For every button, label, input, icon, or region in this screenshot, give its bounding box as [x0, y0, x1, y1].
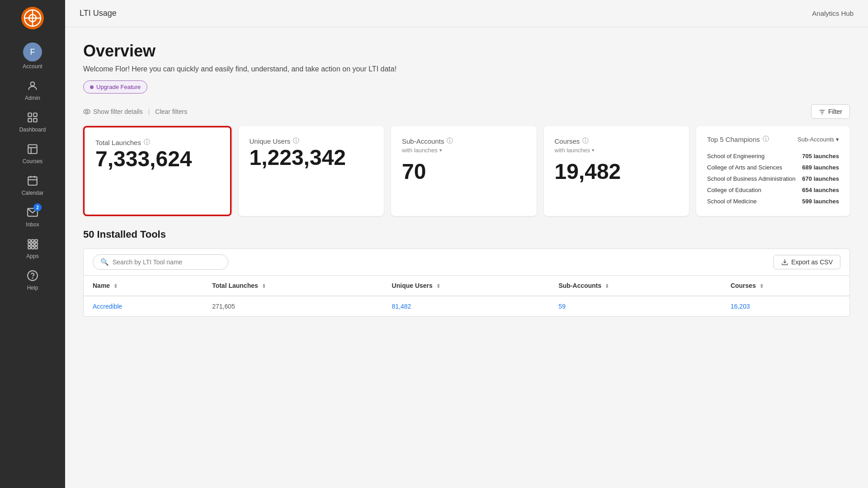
filter-bar: Show filter details | Clear filters Filt… [83, 104, 850, 119]
inbox-badge: 2 [33, 203, 42, 211]
stat-card-total-launches: Total Launches ⓘ 7,333,624 [83, 126, 231, 216]
search-box[interactable]: 🔍 [93, 254, 228, 270]
clear-filters-button[interactable]: Clear filters [155, 108, 187, 115]
sort-icon: ⇕ [605, 283, 609, 289]
sidebar-item-apps[interactable]: Apps [0, 232, 65, 264]
installed-tools-title: 50 Installed Tools [83, 229, 850, 240]
svg-rect-19 [32, 239, 34, 242]
svg-rect-13 [28, 177, 37, 185]
unique-users-label: Unique Users ⓘ [250, 137, 373, 145]
tool-courses-link[interactable]: 16,203 [731, 303, 750, 310]
upgrade-dot [90, 85, 94, 89]
sidebar-item-calendar[interactable]: Calendar [0, 169, 65, 201]
analytics-hub-link[interactable]: Analytics Hub [812, 9, 854, 17]
svg-rect-20 [35, 239, 37, 242]
sidebar-item-label: Dashboard [19, 127, 46, 133]
champion-row: School of Medicine 599 launches [707, 196, 839, 207]
tool-name-cell[interactable]: Accredible [84, 296, 203, 316]
show-filters-button[interactable]: Show filter details [83, 108, 143, 115]
unique-users-info-icon[interactable]: ⓘ [293, 137, 299, 145]
svg-rect-7 [33, 113, 37, 117]
sidebar-item-help[interactable]: Help [0, 264, 65, 296]
champion-row: School of Engineering 705 launches [707, 150, 839, 162]
sidebar-item-account[interactable]: F Account [0, 38, 65, 74]
export-icon [781, 258, 788, 266]
svg-rect-10 [28, 145, 37, 154]
search-input[interactable] [113, 258, 221, 266]
sidebar-item-label: Admin [25, 95, 40, 101]
champions-dropdown[interactable]: Sub-Accounts ▾ [797, 136, 839, 143]
col-unique-users[interactable]: Unique Users ⇕ [383, 276, 550, 296]
stat-card-courses: Courses ⓘ with launches ▾ 19,482 [544, 126, 689, 216]
app-logo[interactable] [20, 5, 45, 31]
sub-accounts-sublabel: with launches ▾ [402, 147, 526, 154]
inbox-icon: 2 [25, 205, 40, 220]
sidebar-item-inbox[interactable]: 2 Inbox [0, 201, 65, 232]
sub-accounts-chevron-icon[interactable]: ▾ [439, 147, 442, 153]
tool-sub-accounts-link[interactable]: 59 [558, 303, 566, 310]
stat-card-sub-accounts: Sub-Accounts ⓘ with launches ▾ 70 [391, 126, 537, 216]
tool-unique-users-cell[interactable]: 81,482 [383, 296, 550, 316]
champion-row: College of Arts and Sciences 689 launche… [707, 162, 839, 173]
col-sub-accounts[interactable]: Sub-Accounts ⇕ [549, 276, 721, 296]
filter-button-label: Filter [828, 108, 842, 115]
svg-rect-25 [32, 246, 34, 249]
tools-toolbar: 🔍 Export as CSV [83, 249, 850, 275]
sidebar-item-admin[interactable]: Admin [0, 74, 65, 106]
courses-chevron-icon[interactable]: ▾ [592, 147, 594, 153]
tool-unique-users-link[interactable]: 81,482 [392, 303, 411, 310]
svg-rect-26 [35, 246, 37, 249]
tool-sub-accounts-cell[interactable]: 59 [549, 296, 721, 316]
filter-divider: | [148, 108, 150, 115]
courses-label: Courses ⓘ [555, 137, 679, 145]
unique-users-value: 1,223,342 [250, 147, 373, 169]
dashboard-icon [25, 110, 40, 125]
table-header-row: Name ⇕ Total Launches ⇕ Unique Users ⇕ [84, 276, 849, 296]
welcome-message: Welcome Flor! Here you can quickly and e… [83, 65, 850, 73]
champion-name: School of Business Administration [707, 175, 796, 182]
champions-header: Top 5 Champions ⓘ Sub-Accounts ▾ [707, 135, 839, 143]
sidebar-item-courses[interactable]: Courses [0, 137, 65, 169]
champions-list: School of Engineering 705 launches Colle… [707, 150, 839, 207]
champion-name: School of Medicine [707, 198, 757, 205]
sub-accounts-info-icon[interactable]: ⓘ [447, 137, 453, 145]
champion-row: School of Business Administration 670 la… [707, 173, 839, 184]
champion-value: 654 launches [802, 187, 839, 193]
sort-icon: ⇕ [113, 283, 118, 289]
avatar: F [23, 42, 42, 61]
col-courses[interactable]: Courses ⇕ [722, 276, 849, 296]
content-area: Overview Welcome Flor! Here you can quic… [65, 27, 868, 488]
sort-icon: ⇕ [436, 283, 440, 289]
show-filters-label: Show filter details [93, 108, 143, 115]
champion-name: School of Engineering [707, 153, 764, 160]
total-launches-value: 7,333,624 [95, 148, 219, 170]
col-name[interactable]: Name ⇕ [84, 276, 203, 296]
champion-value: 689 launches [802, 164, 839, 171]
admin-icon [25, 79, 40, 93]
champion-value: 599 launches [802, 198, 839, 205]
filter-button[interactable]: Filter [811, 104, 850, 119]
col-total-launches[interactable]: Total Launches ⇕ [203, 276, 382, 296]
main-content: LTI Usage Analytics Hub Overview Welcome… [65, 0, 868, 488]
tool-name-link[interactable]: Accredible [93, 303, 122, 310]
tool-courses-cell[interactable]: 16,203 [722, 296, 849, 316]
export-csv-button[interactable]: Export as CSV [774, 255, 840, 269]
courses-info-icon[interactable]: ⓘ [582, 137, 589, 145]
svg-point-29 [84, 109, 90, 114]
sub-accounts-value: 70 [402, 161, 526, 183]
sub-accounts-label: Sub-Accounts ⓘ [402, 137, 526, 145]
champion-name: College of Arts and Sciences [707, 164, 782, 171]
sort-icon: ⇕ [262, 283, 266, 289]
champions-info-icon[interactable]: ⓘ [763, 135, 769, 143]
svg-rect-18 [28, 239, 30, 242]
upgrade-button[interactable]: Upgrade Feature [83, 80, 147, 94]
tools-table: Name ⇕ Total Launches ⇕ Unique Users ⇕ [84, 276, 849, 316]
export-label: Export as CSV [791, 258, 833, 266]
overview-title: Overview [83, 42, 850, 61]
sidebar-item-dashboard[interactable]: Dashboard [0, 106, 65, 137]
sidebar-item-label: Account [23, 63, 42, 70]
sidebar-item-label: Help [27, 285, 38, 291]
svg-rect-23 [35, 243, 37, 245]
total-launches-info-icon[interactable]: ⓘ [144, 138, 150, 146]
champion-name: College of Education [707, 187, 761, 193]
